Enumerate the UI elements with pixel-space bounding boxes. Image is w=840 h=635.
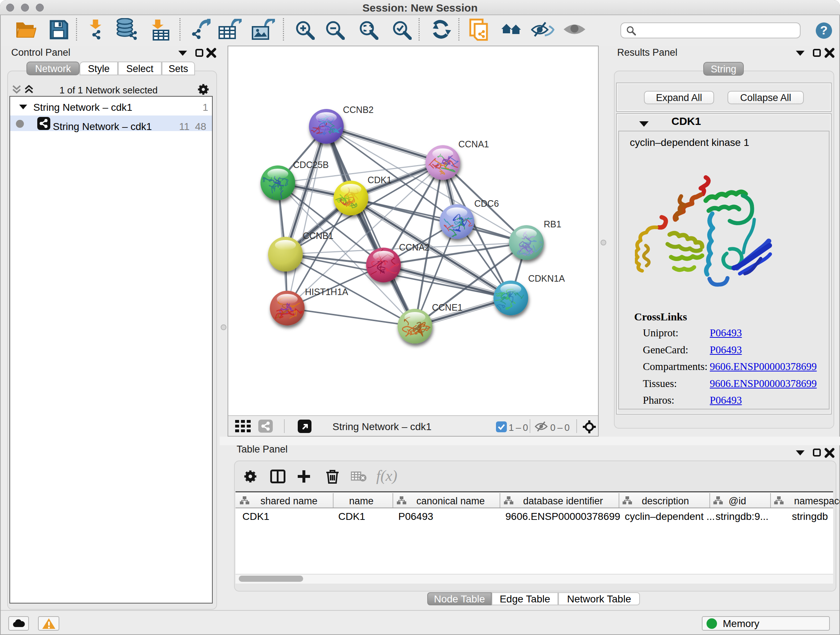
svg-text:CCNB1: CCNB1 bbox=[303, 231, 333, 241]
svg-text:CDC25B: CDC25B bbox=[293, 160, 329, 170]
svg-text:CCNA2: CCNA2 bbox=[399, 242, 430, 252]
svg-text:RB1: RB1 bbox=[544, 219, 561, 229]
svg-text:CCNE1: CCNE1 bbox=[432, 302, 463, 312]
svg-text:CDKN1A: CDKN1A bbox=[528, 273, 565, 283]
svg-text:CDK1: CDK1 bbox=[368, 175, 392, 185]
svg-text:CCNA1: CCNA1 bbox=[458, 139, 489, 149]
svg-text:CDC6: CDC6 bbox=[474, 198, 499, 209]
svg-text:CCNB2: CCNB2 bbox=[343, 105, 374, 115]
svg-text:HIST1H1A: HIST1H1A bbox=[305, 287, 348, 297]
